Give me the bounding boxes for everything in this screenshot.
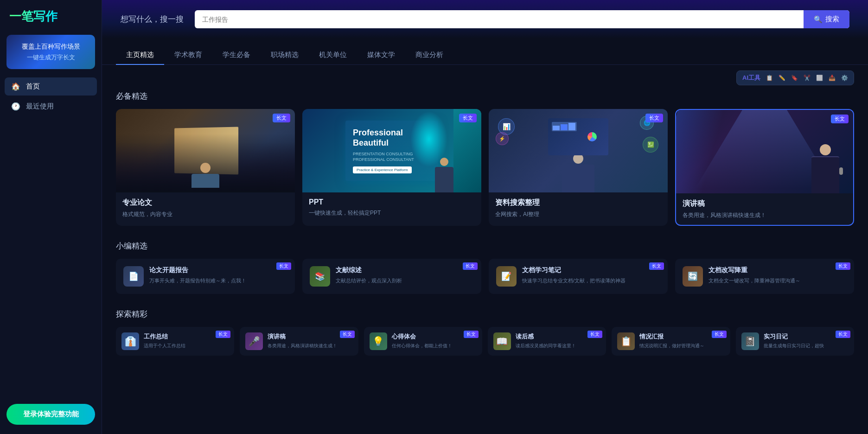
diary-badge: 长文	[836, 331, 850, 338]
tab-business[interactable]: 商业分析	[405, 46, 453, 65]
card-speech-image	[676, 110, 853, 193]
logo-area: 一笔写作	[0, 0, 102, 31]
diary-desc: 批量生成每日实习日记，超快	[764, 343, 824, 349]
slogan-line1: 覆盖上百种写作场景	[14, 41, 88, 52]
card-data-info: 资料搜索整理 全网搜索，AI整理	[489, 192, 668, 224]
editor-picks-title: 小编精选	[116, 241, 854, 251]
data-screen	[548, 118, 608, 155]
tab-workplace[interactable]: 职场精选	[261, 46, 309, 65]
diary-content: 实习日记 批量生成每日实习日记，超快	[764, 332, 824, 349]
proposal-title: 论文开题报告	[149, 266, 246, 274]
explore-card-report2[interactable]: 📋 情况汇报 情况说明汇报，做好管理沟通～ 长文	[612, 327, 730, 356]
experience-badge: 长文	[464, 331, 479, 338]
microphone	[839, 167, 843, 175]
rewrite-desc: 文档全文一键改写，降重神器管理沟通～	[708, 277, 800, 285]
card-paper-info: 专业论文 格式规范，内容专业	[116, 192, 295, 224]
featured-section-title: 必备精选	[116, 91, 854, 102]
card-paper-badge: 长文	[273, 114, 290, 122]
ai-tool-edit[interactable]: ✏️	[779, 75, 785, 81]
ppt-big-title: ProfessionalBeautiful	[353, 128, 403, 148]
card-data-desc: 全网搜索，AI整理	[495, 210, 661, 218]
notes-content: 文档学习笔记 快速学习总结专业文档/文献，把书读薄的神器	[522, 266, 625, 285]
ai-tool-frame[interactable]: ⬜	[816, 75, 823, 81]
literature-title: 文献综述	[336, 266, 402, 274]
proposal-icon: 📄	[123, 266, 144, 287]
reading-desc: 读后感没灵感的同学看这里！	[516, 343, 576, 349]
small-card-notes[interactable]: 📝 文档学习笔记 快速学习总结专业文档/文献，把书读薄的神器 长文	[489, 259, 668, 294]
experience-icon: 💡	[370, 332, 387, 350]
experience-desc: 任何心得体会，都能上价值！	[392, 343, 452, 349]
ai-tool-scissors[interactable]: ✂️	[804, 75, 811, 81]
rewrite-badge: 长文	[836, 262, 850, 270]
search-button[interactable]: 🔍 搜索	[804, 10, 849, 28]
experience-title: 心得体会	[392, 332, 452, 341]
sidebar-item-home[interactable]: 🏠 首页	[5, 77, 97, 96]
business-person	[562, 153, 594, 192]
explore-card-work[interactable]: 👔 工作总结 适用于个人工作总结 长文	[116, 327, 234, 356]
speaker-figure	[811, 144, 839, 193]
reading-content: 读后感 读后感没灵感的同学看这里！	[516, 332, 576, 349]
float-icon-4: ⚡	[496, 132, 509, 145]
sidebar-banner: 覆盖上百种写作场景 一键生成万字长文	[6, 35, 95, 69]
presenter-figure	[435, 158, 453, 192]
explore-card-reading[interactable]: 📖 读后感 读后感没灵感的同学看这里！ 长文	[488, 327, 606, 356]
clock-icon: 🕐	[11, 102, 20, 111]
literature-badge: 长文	[463, 262, 478, 270]
small-card-proposal[interactable]: 📄 论文开题报告 万事开头难，开题报告特别难～来，点我！ 长文	[116, 259, 295, 294]
ai-tools-label: AI工具	[742, 74, 760, 82]
sidebar-recent-label: 最近使用	[26, 102, 54, 111]
work-desc: 适用于个人工作总结	[144, 343, 185, 349]
sidebar-nav: 🏠 首页 🕐 最近使用	[0, 77, 102, 115]
ai-tool-clipboard[interactable]: 📋	[766, 75, 773, 81]
work-title: 工作总结	[144, 332, 185, 341]
tab-academic[interactable]: 学术教育	[164, 46, 212, 65]
card-paper-desc: 格式规范，内容专业	[122, 210, 288, 218]
explore-card-experience[interactable]: 💡 心得体会 任何心得体会，都能上价值！ 长文	[364, 327, 482, 356]
ai-tool-settings[interactable]: ⚙️	[841, 75, 848, 81]
speech2-icon: 🎤	[245, 332, 263, 350]
card-paper[interactable]: 长文 专业论文 格式规范，内容专业	[116, 109, 295, 226]
reading-badge: 长文	[587, 331, 602, 338]
sidebar-item-recent[interactable]: 🕐 最近使用	[5, 97, 97, 115]
tab-home-picks[interactable]: 主页精选	[116, 46, 164, 65]
tab-official[interactable]: 机关单位	[309, 46, 357, 65]
proposal-desc: 万事开头难，开题报告特别难～来，点我！	[149, 277, 246, 285]
card-paper-name: 专业论文	[122, 198, 288, 208]
card-data[interactable]: 📊 🌐 💹 ⚡	[489, 109, 668, 226]
tab-media[interactable]: 媒体文学	[357, 46, 405, 65]
card-speech-info: 演讲稿 各类用途，风格演讲稿快速生成！	[676, 193, 853, 225]
speech2-content: 演讲稿 各类用途，风格演讲稿快速生成！	[268, 332, 337, 349]
slogan-line2: 一键生成万字长文	[14, 52, 88, 63]
featured-cards: 长文 专业论文 格式规范，内容专业 ProfessionalBeautiful …	[116, 109, 854, 226]
explore-section-title: 探索精彩	[116, 309, 854, 319]
rewrite-icon: 🔄	[683, 266, 703, 287]
proposal-badge: 长文	[276, 262, 291, 270]
login-button[interactable]: 登录体验完整功能	[6, 404, 95, 425]
diary-icon: 📓	[741, 332, 759, 350]
ai-tool-download[interactable]: 📥	[829, 75, 836, 81]
content-area: AI工具 📋 ✏️ 🔖 ✂️ ⬜ 📥 ⚙️ 必备精选	[102, 65, 868, 434]
card-speech-name: 演讲稿	[683, 199, 847, 209]
literature-desc: 文献总结评价，观点深入剖析	[336, 277, 402, 285]
report2-title: 情况汇报	[639, 332, 704, 341]
proposal-content: 论文开题报告 万事开头难，开题报告特别难～来，点我！	[149, 266, 246, 285]
diary-title: 实习日记	[764, 332, 824, 341]
report2-desc: 情况说明汇报，做好管理沟通～	[639, 343, 704, 349]
tab-student[interactable]: 学生必备	[212, 46, 261, 65]
small-card-rewrite[interactable]: 🔄 文档改写降重 文档全文一键改写，降重神器管理沟通～ 长文	[675, 259, 854, 294]
search-bar: 想写什么，搜一搜 🔍 搜索	[102, 0, 868, 38]
search-input[interactable]	[195, 11, 804, 28]
card-ppt-image: ProfessionalBeautiful PRESENTATION CONSU…	[302, 109, 481, 192]
small-card-literature[interactable]: 📚 文献综述 文献总结评价，观点深入剖析 长文	[302, 259, 481, 294]
card-speech[interactable]: 长文 演讲稿 各类用途，风格演讲稿快速生成！	[675, 109, 854, 226]
card-ppt[interactable]: ProfessionalBeautiful PRESENTATION CONSU…	[302, 109, 481, 226]
speech2-badge: 长文	[340, 331, 355, 338]
card-ppt-name: PPT	[309, 198, 475, 206]
work-icon: 👔	[121, 332, 139, 350]
ppt-small-btn: Practice & Experience Platform	[353, 166, 412, 173]
main-content: 想写什么，搜一搜 🔍 搜索 主页精选 学术教育 学生必备 职场精选 机关单位 媒…	[102, 0, 868, 434]
ai-tool-bookmark[interactable]: 🔖	[791, 75, 798, 81]
card-speech-desc: 各类用途，风格演讲稿快速生成！	[683, 211, 847, 219]
explore-card-speech2[interactable]: 🎤 演讲稿 各类用途，风格演讲稿快速生成！ 长文	[240, 327, 358, 356]
explore-card-diary[interactable]: 📓 实习日记 批量生成每日实习日记，超快 长文	[736, 327, 854, 356]
